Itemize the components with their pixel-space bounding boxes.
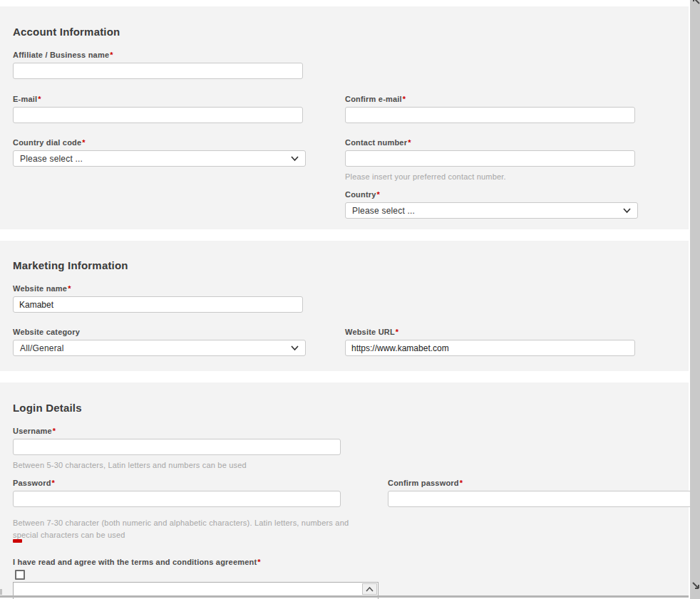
country-field: Country* Please select ... bbox=[345, 190, 638, 219]
login-details-section: Login Details Username* Between 5-30 cha… bbox=[0, 382, 689, 595]
website-name-input[interactable] bbox=[13, 296, 303, 313]
website-name-field: Website name* bbox=[13, 284, 303, 313]
contact-number-field: Contact number* Please insert your prefe… bbox=[345, 138, 635, 183]
scroll-up-button[interactable] bbox=[362, 583, 377, 595]
affiliate-name-field: Affiliate / Business name* bbox=[13, 51, 303, 79]
website-url-field: Website URL* bbox=[345, 328, 635, 356]
contact-number-label: Contact number* bbox=[345, 138, 635, 147]
email-input[interactable] bbox=[13, 107, 303, 123]
select-value: Please select ... bbox=[20, 154, 83, 164]
chevron-down-icon bbox=[623, 208, 631, 214]
country-dial-code-select[interactable]: Please select ... bbox=[13, 150, 306, 167]
bottom-divider bbox=[0, 595, 689, 598]
required-asterisk: * bbox=[68, 284, 71, 293]
country-label: Country* bbox=[345, 190, 638, 199]
confirm-email-label: Confirm e-mail* bbox=[345, 95, 635, 104]
account-information-section: Account Information Affiliate / Business… bbox=[0, 6, 689, 229]
required-asterisk: * bbox=[396, 328, 398, 336]
country-select[interactable]: Please select ... bbox=[345, 202, 638, 219]
left-edge-mark bbox=[0, 589, 2, 595]
confirm-email-input[interactable] bbox=[345, 107, 635, 123]
confirm-password-label: Confirm password* bbox=[388, 479, 697, 488]
section-title-marketing: Marketing Information bbox=[13, 259, 128, 271]
confirm-email-field: Confirm e-mail* bbox=[345, 95, 635, 123]
select-value: Please select ... bbox=[352, 206, 415, 216]
affiliate-name-input[interactable] bbox=[13, 63, 303, 79]
required-asterisk: * bbox=[408, 138, 411, 147]
chevron-down-icon bbox=[291, 156, 299, 162]
required-asterisk: * bbox=[460, 479, 463, 487]
required-asterisk: * bbox=[257, 558, 260, 566]
username-field: Username* Between 5-30 characters, Latin… bbox=[13, 427, 341, 472]
chevron-down-icon bbox=[291, 345, 299, 351]
required-asterisk: * bbox=[52, 479, 55, 487]
scrollbar-arrow-icon bbox=[691, 581, 700, 590]
email-label: E-mail* bbox=[13, 95, 303, 104]
email-field: E-mail* bbox=[13, 95, 303, 123]
required-asterisk: * bbox=[53, 427, 56, 435]
required-asterisk: * bbox=[110, 51, 113, 59]
confirm-password-input[interactable] bbox=[388, 491, 697, 507]
password-helper: Between 7-30 character (both numeric and… bbox=[13, 517, 373, 541]
website-url-input[interactable] bbox=[345, 340, 635, 356]
password-field: Password* bbox=[13, 479, 341, 507]
required-asterisk: * bbox=[82, 138, 85, 147]
required-asterisk: * bbox=[38, 95, 41, 103]
contact-number-helper: Please insert your preferred contact num… bbox=[345, 171, 635, 183]
username-helper: Between 5-30 characters, Latin letters a… bbox=[13, 459, 341, 472]
website-category-select[interactable]: All/General bbox=[13, 340, 306, 356]
confirm-password-field: Confirm password* bbox=[388, 479, 697, 507]
username-label: Username* bbox=[13, 427, 341, 436]
section-title-login: Login Details bbox=[13, 402, 82, 414]
contact-number-input[interactable] bbox=[345, 150, 635, 167]
affiliate-name-label: Affiliate / Business name* bbox=[13, 51, 303, 60]
select-value: All/General bbox=[20, 343, 64, 353]
marketing-information-section: Marketing Information Website name* Webs… bbox=[0, 241, 689, 371]
section-title-account: Account Information bbox=[13, 26, 120, 38]
password-input[interactable] bbox=[13, 491, 341, 507]
error-dash bbox=[13, 539, 22, 543]
chevron-up-icon bbox=[366, 587, 374, 592]
country-dial-code-label: Country dial code* bbox=[13, 138, 306, 147]
required-asterisk: * bbox=[403, 95, 406, 103]
website-url-label: Website URL* bbox=[345, 328, 635, 337]
country-dial-code-field: Country dial code* Please select ... bbox=[13, 138, 306, 167]
password-label: Password* bbox=[13, 479, 341, 488]
terms-checkbox[interactable] bbox=[15, 570, 25, 580]
terms-label: I have read and agree with the terms and… bbox=[13, 558, 261, 567]
vertical-scrollbar[interactable] bbox=[690, 0, 700, 599]
website-category-label: Website category bbox=[13, 328, 306, 337]
website-category-field: Website category All/General bbox=[13, 328, 306, 356]
required-asterisk: * bbox=[377, 190, 380, 199]
username-input[interactable] bbox=[13, 439, 341, 455]
scrollbar-arrow-icon bbox=[692, 0, 700, 5]
website-name-label: Website name* bbox=[13, 284, 303, 293]
